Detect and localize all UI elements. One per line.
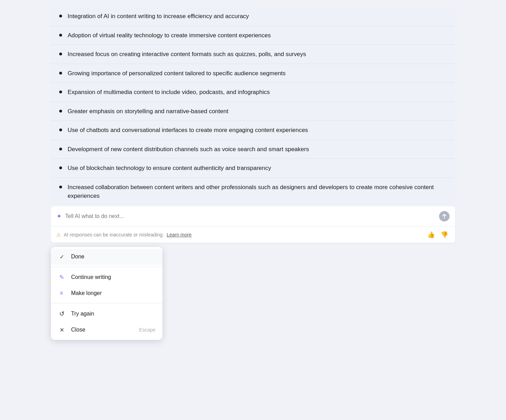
learn-more-link[interactable]: Learn more bbox=[167, 232, 192, 238]
bullet-text: Growing importance of personalized conte… bbox=[68, 69, 286, 78]
menu-item-label-close: Close bbox=[71, 327, 133, 333]
bullet-dot bbox=[59, 53, 62, 55]
disclaimer-left: ⚠ AI responses can be inaccurate or misl… bbox=[56, 232, 192, 238]
bullet-dot bbox=[59, 91, 62, 93]
send-icon bbox=[442, 214, 447, 219]
send-button[interactable] bbox=[439, 211, 450, 221]
bullet-list: Integration of AI in content writing to … bbox=[51, 7, 455, 205]
bullet-text: Expansion of multimedia content to inclu… bbox=[68, 88, 270, 97]
content-area: Integration of AI in content writing to … bbox=[51, 7, 455, 205]
close-icon: ✕ bbox=[58, 327, 66, 333]
bullet-dot bbox=[59, 110, 62, 112]
bullet-item: Development of new content distribution … bbox=[51, 140, 455, 159]
bullet-item: Increased focus on creating interactive … bbox=[51, 45, 455, 64]
bullet-item: Use of chatbots and conversational inter… bbox=[51, 121, 455, 140]
menu-item-shortcut-close: Escape bbox=[139, 327, 155, 333]
bullet-text: Increased collaboration between content … bbox=[68, 183, 447, 201]
pencil-icon: ✎ bbox=[58, 274, 66, 281]
feedback-buttons: 👍 👎 bbox=[426, 230, 450, 239]
bullet-dot bbox=[59, 72, 62, 75]
bullet-item: Expansion of multimedia content to inclu… bbox=[51, 83, 455, 102]
bullet-dot bbox=[59, 148, 62, 150]
menu-item-label-make_longer: Make longer bbox=[71, 290, 155, 296]
menu-item-continue_writing[interactable]: ✎ Continue writing bbox=[51, 269, 162, 286]
menu-item-close[interactable]: ✕ Close Escape bbox=[51, 322, 162, 338]
bullet-dot bbox=[59, 15, 62, 17]
bullet-text: Greater emphasis on storytelling and nar… bbox=[68, 107, 228, 116]
ai-input-row: ✦ bbox=[51, 206, 455, 227]
bullet-item: Increased collaboration between content … bbox=[51, 178, 455, 205]
menu-section-1: ✎ Continue writing ≡ Make longer bbox=[51, 267, 162, 303]
bullet-item: Adoption of virtual reality technology t… bbox=[51, 26, 455, 45]
bullet-text: Adoption of virtual reality technology t… bbox=[68, 31, 271, 40]
ai-input-field[interactable] bbox=[65, 213, 439, 219]
disclaimer-text: AI responses can be inaccurate or mislea… bbox=[64, 232, 164, 238]
bullet-text: Integration of AI in content writing to … bbox=[68, 12, 249, 21]
menu-section-2: ↺ Try again ✕ Close Escape bbox=[51, 303, 162, 340]
menu-item-label-continue_writing: Continue writing bbox=[71, 274, 155, 280]
dropdown-menu: ✓ Done ✎ Continue writing ≡ Make longer … bbox=[51, 247, 162, 340]
menu-item-done[interactable]: ✓ Done bbox=[51, 249, 162, 265]
bullet-item: Greater emphasis on storytelling and nar… bbox=[51, 102, 455, 121]
checkmark-icon: ✓ bbox=[58, 254, 66, 260]
bullet-dot bbox=[59, 186, 62, 188]
bullet-dot bbox=[59, 129, 62, 131]
menu-item-try_again[interactable]: ↺ Try again bbox=[51, 305, 162, 322]
bullet-text: Use of blockchain technology to ensure c… bbox=[68, 164, 271, 173]
menu-item-label-try_again: Try again bbox=[71, 311, 155, 317]
bullet-dot bbox=[59, 166, 62, 169]
thumbs-down-button[interactable]: 👎 bbox=[439, 230, 450, 239]
menu-item-make_longer[interactable]: ≡ Make longer bbox=[51, 286, 162, 301]
bullet-text: Development of new content distribution … bbox=[68, 145, 309, 154]
retry-icon: ↺ bbox=[58, 310, 66, 318]
sparkle-icon: ✦ bbox=[56, 212, 62, 220]
thumbs-up-button[interactable]: 👍 bbox=[426, 230, 436, 239]
warning-icon: ⚠ bbox=[56, 232, 61, 238]
bullet-item: Growing importance of personalized conte… bbox=[51, 64, 455, 83]
bullet-dot bbox=[59, 34, 62, 37]
ai-input-area: ✦ ⚠ AI responses can be inaccurate or mi… bbox=[51, 206, 455, 243]
bullet-item: Use of blockchain technology to ensure c… bbox=[51, 159, 455, 178]
bullet-text: Increased focus on creating interactive … bbox=[68, 50, 306, 59]
menu-section-0: ✓ Done bbox=[51, 247, 162, 267]
ai-disclaimer-row: ⚠ AI responses can be inaccurate or misl… bbox=[51, 227, 455, 243]
bullet-text: Use of chatbots and conversational inter… bbox=[68, 126, 308, 135]
lines-icon: ≡ bbox=[58, 290, 66, 296]
bullet-item: Integration of AI in content writing to … bbox=[51, 7, 455, 26]
menu-item-label-done: Done bbox=[71, 254, 155, 260]
